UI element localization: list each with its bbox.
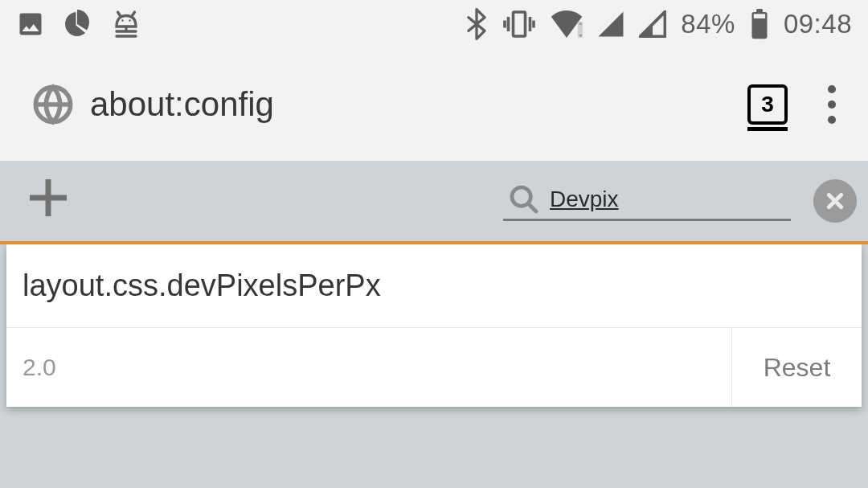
svg-rect-5 xyxy=(756,9,763,13)
image-notification-icon xyxy=(16,10,45,39)
svg-rect-6 xyxy=(754,14,765,18)
pie-chart-icon xyxy=(63,10,92,39)
cellular-signal-icon-2 xyxy=(639,10,666,38)
battery-icon xyxy=(750,9,769,39)
bluetooth-icon xyxy=(465,8,488,40)
vibrate-icon xyxy=(502,10,536,39)
clear-search-button[interactable] xyxy=(813,179,857,223)
wifi-icon xyxy=(551,10,583,38)
search-icon xyxy=(508,183,540,215)
reset-button[interactable]: Reset xyxy=(731,328,862,407)
cellular-signal-icon-1 xyxy=(597,10,624,38)
add-pref-button[interactable] xyxy=(11,169,85,234)
search-input[interactable] xyxy=(550,187,786,212)
globe-icon xyxy=(32,84,74,125)
config-toolbar xyxy=(0,161,868,244)
svg-rect-2 xyxy=(514,12,526,36)
browser-toolbar: about:config 3 xyxy=(0,48,868,161)
url-display[interactable]: about:config xyxy=(90,85,274,124)
svg-point-1 xyxy=(129,19,130,21)
svg-point-0 xyxy=(121,19,123,21)
pref-name[interactable]: layout.css.devPixelsPerPx xyxy=(6,244,862,328)
search-field-wrap[interactable] xyxy=(503,182,791,221)
battery-percentage: 84% xyxy=(681,9,735,39)
tab-count-value: 3 xyxy=(761,92,774,117)
status-clock: 09:48 xyxy=(784,9,852,39)
pref-value-input[interactable]: 2.0 xyxy=(6,328,731,407)
overflow-menu-button[interactable] xyxy=(828,85,836,124)
usb-debugging-icon xyxy=(109,10,143,39)
tab-count-button[interactable]: 3 xyxy=(747,84,788,125)
pref-result-card: layout.css.devPixelsPerPx 2.0 Reset xyxy=(6,244,862,407)
android-status-bar: 84% 09:48 xyxy=(0,0,868,48)
